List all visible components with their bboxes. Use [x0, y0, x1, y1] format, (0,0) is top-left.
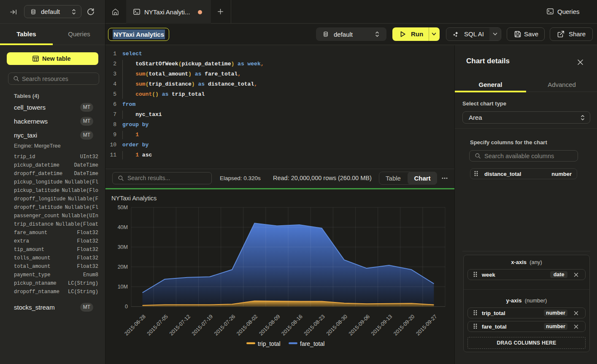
svg-text:2015-09-13: 2015-09-13: [370, 313, 393, 337]
svg-text:2015-08-02: 2015-08-02: [235, 313, 259, 337]
svg-text:2015-08-16: 2015-08-16: [281, 313, 304, 337]
svg-text:2015-09-06: 2015-09-06: [348, 313, 371, 337]
svg-text:2015-07-19: 2015-07-19: [191, 313, 214, 337]
svg-text:30M: 30M: [118, 244, 128, 250]
svg-text:trip_total: trip_total: [258, 340, 281, 347]
svg-text:2015-07-12: 2015-07-12: [168, 313, 192, 337]
svg-text:2015-06-28: 2015-06-28: [124, 313, 147, 337]
svg-text:2015-09-27: 2015-09-27: [415, 313, 438, 337]
svg-text:50M: 50M: [118, 205, 128, 210]
svg-text:NYTaxi Analytics: NYTaxi Analytics: [111, 195, 157, 202]
svg-text:2015-07-26: 2015-07-26: [213, 313, 236, 337]
svg-text:2015-08-09: 2015-08-09: [258, 313, 281, 337]
svg-text:2015-07-05: 2015-07-05: [146, 313, 169, 337]
svg-text:2015-08-23: 2015-08-23: [303, 313, 326, 337]
svg-text:20M: 20M: [118, 264, 128, 270]
svg-text:fare_total: fare_total: [300, 340, 324, 347]
svg-text:2015-09-20: 2015-09-20: [392, 313, 416, 337]
svg-text:0: 0: [125, 304, 128, 310]
svg-text:2015-08-30: 2015-08-30: [325, 313, 348, 337]
svg-text:10M: 10M: [118, 284, 128, 290]
svg-text:40M: 40M: [118, 224, 128, 230]
